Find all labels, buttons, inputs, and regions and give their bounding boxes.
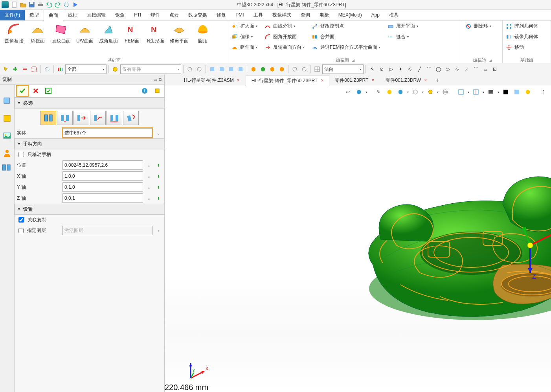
btn-fillet-bridge[interactable]: 圆角桥接 (2, 21, 26, 46)
btn-mirror-geom[interactable]: 镜像几何体 (505, 32, 540, 42)
tb-a3-icon[interactable] (227, 65, 235, 74)
tb-select-icon[interactable] (30, 65, 39, 74)
only-move-handle-check[interactable] (18, 152, 24, 157)
btn-fem-face[interactable]: NFEM面 (120, 21, 144, 46)
vb-sq1-icon[interactable] (457, 88, 465, 96)
btn-angle-face[interactable]: 成角度面 (97, 21, 120, 46)
display-combo[interactable]: 仅有零件▾ (120, 64, 181, 74)
qat-redo-icon[interactable] (53, 1, 62, 9)
tb-cube3-icon[interactable] (268, 65, 277, 74)
panel-min-icon[interactable]: ▭ (153, 77, 157, 82)
qat-new-icon[interactable] (10, 1, 19, 9)
btn-bridge-face[interactable]: 桥接面 (26, 21, 50, 46)
pos-pick[interactable]: ⬇ (155, 161, 162, 169)
doctab-3[interactable]: 零件001.Z3DRW× (380, 75, 433, 85)
y-pick[interactable]: ⬇ (155, 183, 162, 191)
tb-link2-icon[interactable] (195, 65, 204, 74)
pos-dd[interactable]: ⌄ (145, 161, 152, 169)
tab-close-icon[interactable]: × (371, 77, 374, 83)
vtab-box-icon[interactable] (2, 114, 12, 123)
btn-offset[interactable]: 偏移▾ (231, 32, 260, 42)
menu-fti[interactable]: FTI (129, 10, 146, 20)
cmd-expand-button[interactable] (152, 86, 163, 96)
tab-close-icon[interactable]: × (321, 78, 323, 83)
tb-box-icon[interactable] (111, 65, 119, 74)
btn-trim-plane[interactable]: 修剪平面 (167, 21, 191, 46)
btn-unfold-plane[interactable]: 展开平面▾ (387, 21, 421, 31)
y-field[interactable]: 0,1,0 (62, 182, 143, 192)
x-dd[interactable]: ⌄ (145, 172, 152, 180)
menu-model[interactable]: 造型 (25, 10, 44, 20)
doctab-2[interactable]: 零件001.Z3PRT× (329, 75, 380, 85)
tb-arrow-icon[interactable]: ↖ (368, 65, 377, 74)
vb-poly-icon[interactable] (426, 88, 435, 96)
menu-surface[interactable]: 曲面 (44, 10, 63, 21)
menu-mex[interactable]: MEX(Mold) (334, 10, 367, 20)
mode-opt-5[interactable] (107, 111, 122, 125)
tb-t12-icon[interactable]: ⌓ (481, 65, 490, 74)
spec-layer-check[interactable] (18, 228, 24, 233)
qat-open-icon[interactable] (19, 1, 28, 9)
vb-menu-icon[interactable]: ⋮ (539, 88, 548, 96)
x-pick[interactable]: ⬇ (155, 172, 162, 180)
vtab-user-icon[interactable] (2, 148, 12, 158)
doctab-0[interactable]: HL-行星架-铸件.Z3ASM× (178, 75, 246, 85)
entity-field[interactable]: 选中667个 (62, 128, 152, 138)
tab-close-icon[interactable]: × (424, 77, 427, 83)
btn-enlarge-face[interactable]: 扩大面▾ (231, 21, 260, 31)
filter-combo[interactable]: 全部▾ (65, 64, 107, 74)
btn-extend-face[interactable]: 延伸面▾ (231, 42, 260, 52)
vb-sq2-icon[interactable] (472, 88, 480, 96)
menu-weld[interactable]: 焊件 (146, 10, 165, 20)
vb-cube-icon[interactable] (354, 88, 363, 96)
tb-t11-icon[interactable]: ⌒ (472, 65, 480, 74)
btn-curve-split[interactable]: 曲线分割▾ (264, 21, 307, 31)
vb-grad-icon[interactable] (512, 88, 521, 96)
panel-close-icon[interactable]: ⧉ (159, 77, 162, 82)
mode-opt-6[interactable] (123, 111, 139, 125)
btn-move[interactable]: 移动 (505, 42, 540, 52)
btn-ruled-surface[interactable]: 直纹曲面 (50, 21, 73, 46)
tb-add-icon[interactable] (11, 65, 20, 74)
assoc-copy-check[interactable] (18, 217, 24, 223)
tb-t6-icon[interactable]: ⌒ (424, 65, 433, 74)
qat-save-icon[interactable] (28, 1, 36, 9)
section-handle[interactable]: ▼手柄方向 (15, 138, 164, 149)
tb-t4-icon[interactable]: ∿ (406, 65, 414, 74)
menu-wireframe[interactable]: 线框 (63, 10, 82, 20)
section-required[interactable]: ▼必选 (15, 98, 164, 109)
tb-t5-icon[interactable]: ╱ (415, 65, 424, 74)
mode-opt-1[interactable] (40, 111, 56, 125)
mode-opt-2[interactable] (57, 111, 73, 125)
btn-sew[interactable]: 缝合▾ (387, 32, 421, 42)
btn-delete-loop[interactable]: 删除环▾ (465, 21, 494, 31)
group-expand-icon[interactable]: ◢ (489, 59, 492, 62)
tb-t8-icon[interactable]: ⬭ (443, 65, 452, 74)
vb-cube2-icon[interactable] (385, 88, 394, 96)
qat-undo-icon[interactable] (45, 1, 53, 9)
menu-mold[interactable]: 模具 (384, 10, 403, 20)
vtab-parts-icon[interactable] (2, 163, 13, 172)
viewport[interactable]: X Z Z X Y 220.466 mm (165, 98, 551, 392)
menu-pmi[interactable]: PMI (231, 10, 248, 20)
z-field[interactable]: 0,0,1 (62, 193, 143, 203)
tb-a4-icon[interactable] (236, 65, 245, 74)
qat-play-icon[interactable] (71, 1, 79, 9)
tb-cursor-icon[interactable] (2, 65, 10, 74)
tb-lasso-icon[interactable] (43, 65, 51, 74)
vb-pencil-icon[interactable]: ✎ (374, 88, 383, 96)
z-pick[interactable]: ⬇ (155, 194, 162, 202)
y-dd[interactable]: ⌄ (145, 183, 152, 191)
btn-uv-surface[interactable]: U/V曲面 (73, 21, 97, 46)
menu-tools[interactable]: 工具 (249, 10, 268, 20)
tb-filter-icon[interactable] (56, 65, 64, 74)
menu-sheetmetal[interactable]: 钣金 (110, 10, 129, 20)
tb-t10-icon[interactable]: ⟋ (462, 65, 471, 74)
tb-a1-icon[interactable] (208, 65, 217, 74)
tab-close-icon[interactable]: × (237, 77, 240, 83)
vb-sphere-icon[interactable] (441, 88, 450, 96)
normal-combo[interactable]: 法向▾ (322, 64, 364, 74)
menu-query[interactable]: 查询 (296, 10, 315, 20)
cmd-cancel-button[interactable] (30, 86, 41, 96)
x-field[interactable]: 1,0,0 (62, 171, 143, 181)
